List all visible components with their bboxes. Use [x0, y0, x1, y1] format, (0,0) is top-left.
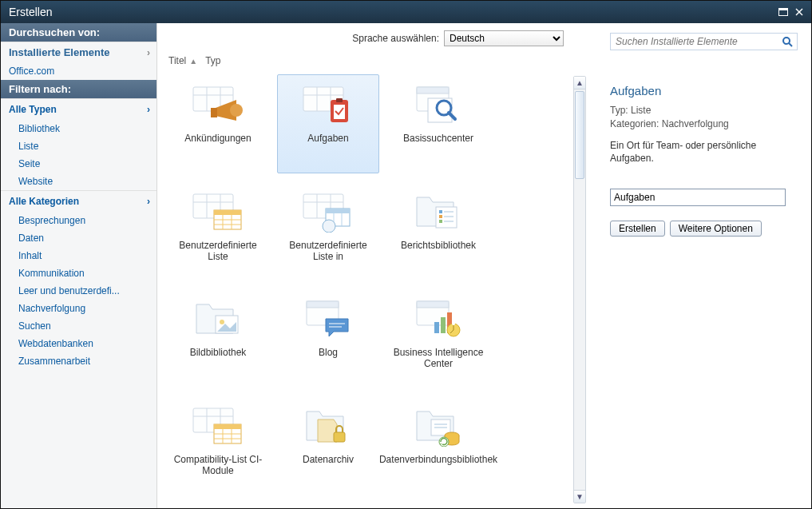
sidebar-type-item[interactable]: Liste — [1, 137, 156, 155]
sidebar-type-item[interactable]: Bibliothek — [1, 120, 156, 137]
column-headers: Titel ▲ Typ — [157, 54, 604, 71]
details-description: Ein Ort für Team- oder persönliche Aufga… — [610, 139, 802, 165]
close-icon[interactable] — [792, 6, 806, 18]
sort-asc-icon: ▲ — [189, 57, 197, 66]
tile-blog[interactable]: Blog — [277, 288, 379, 388]
tile-data-connection[interactable]: Datenverbindungsbibliothek — [387, 396, 489, 495]
svg-rect-42 — [439, 210, 442, 213]
search-box[interactable] — [610, 33, 798, 50]
installed-label: Installierte Elemente — [9, 46, 109, 58]
maximize-icon[interactable] — [776, 6, 790, 18]
sidebar-category-item[interactable]: Suchen — [1, 317, 156, 335]
col-title[interactable]: Titel — [168, 55, 186, 66]
svg-rect-57 — [441, 317, 446, 333]
sidebar-item-installed[interactable]: Installierte Elemente › — [1, 42, 156, 62]
svg-rect-66 — [214, 424, 241, 429]
search-icon[interactable] — [781, 35, 794, 48]
svg-rect-41 — [436, 207, 457, 228]
svg-rect-51 — [307, 301, 339, 308]
scroll-up-icon[interactable]: ▲ — [574, 77, 585, 89]
cat-label: Kategorien: — [610, 118, 659, 129]
chevron-right-icon: › — [147, 104, 150, 115]
archive-lock-icon — [299, 401, 357, 451]
main-panel: Sprache auswählen: Deutsch Titel ▲ Typ A… — [157, 23, 604, 508]
tile-aufgaben[interactable]: Aufgaben — [277, 74, 379, 173]
sidebar-category-item[interactable]: Daten — [1, 229, 156, 247]
image-library-icon — [189, 294, 247, 344]
sidebar-category-item[interactable]: Webdatenbanken — [1, 335, 156, 352]
magnifier-page-icon — [410, 80, 467, 129]
tile-custom-list-in[interactable]: Benutzerdefinierte Liste in — [277, 181, 379, 280]
cat-value: Nachverfolgung — [662, 118, 729, 129]
svg-point-49 — [220, 320, 224, 324]
sidebar-category-item[interactable]: Nachverfolgung — [1, 300, 156, 317]
tile-report-library[interactable]: Berichtsbibliothek — [387, 181, 489, 280]
tile-label: Berichtsbibliothek — [401, 240, 476, 251]
tile-label: Business Intelligence Center — [391, 347, 485, 370]
all-categories-label: Alle Kategorien — [9, 196, 79, 207]
svg-rect-55 — [417, 301, 449, 308]
details-title: Aufgaben — [610, 84, 802, 97]
blog-icon — [299, 294, 357, 344]
tile-image-library[interactable]: Bildbibliothek — [167, 288, 269, 388]
bi-center-icon — [410, 294, 467, 344]
tile-datenarchiv[interactable]: Datenarchiv — [277, 396, 379, 495]
custom-list-icon — [189, 187, 247, 237]
tile-label: Benutzerdefinierte Liste — [171, 240, 265, 263]
tile-label: Datenarchiv — [303, 454, 354, 465]
svg-point-77 — [783, 38, 790, 44]
search-input[interactable] — [616, 36, 781, 47]
gallery-scrollbar[interactable]: ▲ ▼ — [573, 76, 586, 503]
svg-rect-9 — [211, 108, 217, 117]
svg-rect-46 — [439, 220, 442, 223]
tile-custom-list[interactable]: Benutzerdefinierte Liste — [167, 181, 269, 280]
custom-list-grid-icon — [299, 187, 357, 237]
report-library-icon — [410, 187, 467, 237]
sidebar-type-item[interactable]: Seite — [1, 155, 156, 173]
megaphone-icon — [189, 80, 247, 129]
svg-rect-16 — [336, 98, 343, 102]
tile-label: Aufgaben — [307, 133, 348, 144]
sidebar-category-item[interactable]: Kommunikation — [1, 264, 156, 282]
tile-basissuchcenter[interactable]: Basissuchcenter — [387, 74, 489, 173]
svg-point-40 — [323, 220, 335, 233]
col-type[interactable]: Typ — [205, 55, 220, 66]
scroll-thumb[interactable] — [575, 91, 584, 179]
tile-label: Datenverbindungsbibliothek — [379, 454, 497, 465]
tile-label: Ankündigungen — [184, 133, 251, 144]
sidebar: Durchsuchen von: Installierte Elemente ›… — [1, 23, 157, 508]
scroll-down-icon[interactable]: ▼ — [574, 490, 585, 503]
tile-label: Bildbibliothek — [190, 347, 247, 358]
type-value: Liste — [631, 105, 651, 116]
language-select[interactable]: Deutsch — [444, 30, 564, 46]
details-meta: Typ: Liste Kategorien: Nachverfolgung — [610, 104, 802, 131]
svg-rect-27 — [214, 210, 241, 215]
svg-point-8 — [230, 104, 243, 117]
sidebar-all-types[interactable]: Alle Typen › — [1, 98, 156, 120]
data-connection-icon — [410, 401, 467, 451]
sidebar-category-item[interactable]: Leer und benutzerdefi... — [1, 282, 156, 300]
name-input[interactable] — [610, 189, 786, 206]
create-button[interactable]: Erstellen — [610, 221, 665, 237]
dialog-title: Erstellen — [9, 6, 52, 18]
svg-rect-71 — [334, 432, 345, 442]
svg-point-60 — [452, 322, 455, 325]
all-types-label: Alle Typen — [9, 104, 57, 115]
sidebar-category-item[interactable]: Zusammenarbeit — [1, 352, 156, 370]
sidebar-category-item[interactable]: Inhalt — [1, 247, 156, 264]
more-options-button[interactable]: Weitere Optionen — [670, 221, 762, 237]
sidebar-all-categories[interactable]: Alle Kategorien › — [1, 190, 156, 212]
tile-bi-center[interactable]: Business Intelligence Center — [387, 288, 489, 388]
sidebar-category-item[interactable]: Besprechungen — [1, 212, 156, 229]
dialog-titlebar: Erstellen — [1, 1, 811, 23]
sidebar-item-office[interactable]: Office.com — [1, 62, 156, 80]
chevron-right-icon: › — [147, 47, 150, 58]
svg-rect-44 — [439, 215, 442, 218]
tile-label: Compatibility-List CI-Module — [171, 454, 265, 477]
tile-compat-list[interactable]: Compatibility-List CI-Module — [167, 396, 269, 495]
tile-ankuendigungen[interactable]: Ankündigungen — [167, 74, 269, 173]
tile-label: Blog — [319, 347, 338, 358]
browse-heading: Durchsuchen von: — [1, 23, 156, 42]
item-gallery: Ankündigungen Aufgaben Basissuchcenter — [157, 71, 572, 508]
sidebar-type-item[interactable]: Website — [1, 173, 156, 190]
